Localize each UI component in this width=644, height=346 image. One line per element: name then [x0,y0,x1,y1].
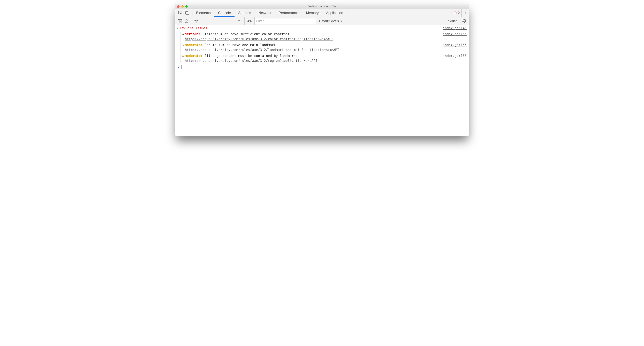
tab-label: Application [326,11,343,15]
toolbar-left [176,17,191,25]
severity-label: moderate: [185,54,203,58]
help-url-link[interactable]: https://dequeuniversity.com/rules/axe/3.… [185,59,317,63]
chevron-down-icon: ▼ [238,20,242,23]
tabs-overflow-icon[interactable]: » [347,10,354,16]
error-icon [454,11,457,15]
console-group-header[interactable]: ▼ New aXe issues index.js:146 [176,25,468,31]
tab-network[interactable]: Network [255,9,275,17]
tab-elements[interactable]: Elements [192,9,214,17]
eye-icon [247,20,252,23]
source-link[interactable]: index.js:166 [441,32,466,42]
entry-message: Elements must have sufficient color cont… [201,32,290,36]
clear-console-icon[interactable] [184,19,188,23]
inspect-element-icon[interactable] [178,11,182,15]
group-title: New aXe issues [180,26,441,31]
hidden-messages-count[interactable]: 1 hidden [443,17,460,25]
svg-point-6 [465,13,466,14]
tab-memory[interactable]: Memory [302,9,322,17]
console-prompt[interactable]: › [176,64,468,71]
svg-rect-2 [187,12,189,15]
source-link[interactable]: index.js:166 [441,43,466,52]
tab-console[interactable]: Console [214,9,234,17]
source-link[interactable]: index.js:146 [441,26,466,31]
text-cursor [182,65,182,69]
help-url-link[interactable]: https://dequeuniversity.com/rules/axe/3.… [185,48,339,52]
console-filter-input[interactable] [255,19,316,24]
entry-message: Document must have one main landmark [203,43,276,47]
titlebar: DevTools - localhost:3000/ [176,4,468,9]
disclosure-right-icon[interactable]: ▶ [182,32,185,42]
panel-tabs: Elements Console Sources Network Perform… [176,9,468,17]
window-zoom-button[interactable] [185,5,188,8]
svg-point-11 [249,20,250,22]
svg-point-5 [465,12,466,13]
console-messages: ▼ New aXe issues index.js:146 ▶ serious:… [176,25,468,136]
tab-label: Console [218,11,231,15]
show-console-sidebar-icon[interactable] [178,19,182,23]
tab-performance[interactable]: Performance [275,9,302,17]
live-expression-button[interactable] [244,17,255,25]
source-link[interactable]: index.js:166 [441,54,466,63]
context-label: top [194,19,198,23]
tab-sources[interactable]: Sources [234,9,255,17]
tab-label: Elements [196,11,211,15]
tab-label: Sources [238,11,251,15]
error-count-badge[interactable]: 2 [452,9,462,17]
window-minimize-button[interactable] [181,5,184,8]
prompt-caret-icon: › [178,65,180,70]
tab-application[interactable]: Application [322,9,347,17]
console-toolbar: top ▼ Default levels ▼ 1 hidden [176,17,468,25]
window-controls [177,5,188,8]
levels-label: Default levels [319,19,339,23]
console-settings-icon[interactable] [460,19,468,24]
chevron-down-icon: ▼ [340,20,342,23]
entry-message: All page content must be contained by la… [203,54,298,58]
svg-rect-8 [178,20,179,23]
devtools-window: DevTools - localhost:3000/ Elements Cons… [175,4,469,136]
console-entry[interactable]: ▼ moderate: Document must have one main … [176,42,468,53]
disclosure-down-icon[interactable]: ▼ [176,26,180,30]
disclosure-down-icon[interactable]: ▼ [182,43,185,52]
tab-label: Performance [279,11,298,15]
window-close-button[interactable] [177,5,180,8]
execution-context-select[interactable]: top ▼ [191,17,244,25]
error-count: 2 [458,11,460,15]
severity-label: serious: [185,32,201,36]
main-menu-icon[interactable] [462,10,468,16]
tab-label: Network [258,11,271,15]
log-levels-select[interactable]: Default levels ▼ [316,19,346,23]
window-title: DevTools - localhost:3000/ [176,5,468,8]
console-entry[interactable]: ▶ serious: Elements must have sufficient… [176,31,468,42]
disclosure-right-icon[interactable]: ▶ [182,54,185,63]
severity-label: moderate: [185,43,203,47]
toggle-device-icon[interactable] [185,11,189,15]
svg-line-10 [186,20,188,22]
tab-label: Memory [306,11,318,15]
svg-point-4 [465,11,466,11]
help-url-link[interactable]: https://dequeuniversity.com/rules/axe/3.… [185,37,333,41]
tab-left-icons [176,9,192,17]
console-entry[interactable]: ▶ moderate: All page content must be con… [176,53,468,64]
